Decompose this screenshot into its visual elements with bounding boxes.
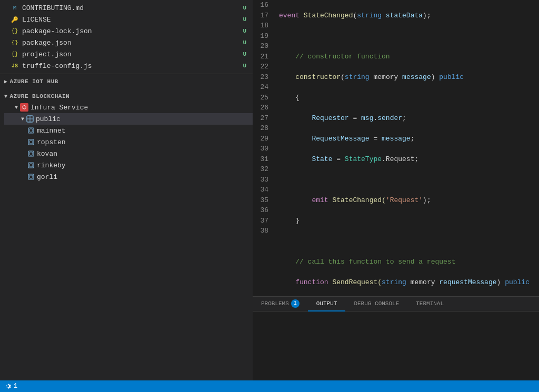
file-badge: U <box>243 63 246 69</box>
infura-service-label: Infura Service <box>31 104 88 112</box>
network-cube-icon <box>27 150 35 157</box>
file-item-package[interactable]: {} package.json U <box>0 37 253 48</box>
network-cube-icon <box>27 138 35 146</box>
svg-rect-10 <box>29 164 33 167</box>
problems-badge: 1 <box>291 299 300 308</box>
json-icon: {} <box>11 27 19 35</box>
file-item-truffle[interactable]: JS truffle-config.js U <box>0 60 253 72</box>
chevron-down-icon: ▼ <box>15 105 18 110</box>
file-item-package-lock[interactable]: {} package-lock.json U <box>0 25 253 37</box>
file-name: project.json <box>22 51 72 58</box>
network-cube-icon <box>27 127 35 134</box>
svg-rect-6 <box>29 140 33 144</box>
azure-iot-hub-section: ▶ AZURE IOT HUB <box>0 74 253 89</box>
json-icon: {} <box>11 38 19 47</box>
code-editor[interactable]: 16 17 18 19 20 21 22 23 24 25 26 27 28 2… <box>253 0 539 296</box>
mainnet-item[interactable]: mainnet <box>4 125 253 136</box>
output-label: OUTPUT <box>316 300 337 307</box>
file-name: truffle-config.js <box>22 62 92 70</box>
status-left: 1 <box>4 383 17 390</box>
chevron-right-icon: ▶ <box>4 78 8 85</box>
file-item-license[interactable]: 🔑 LICENSE U <box>0 14 253 25</box>
file-badge: U <box>243 16 246 23</box>
svg-rect-12 <box>29 175 33 178</box>
file-item-project[interactable]: {} project.json U <box>0 48 253 60</box>
file-badge: U <box>243 39 246 46</box>
tab-debug-console[interactable]: DEBUG CONSOLE <box>345 297 407 311</box>
kovan-item[interactable]: kovan <box>4 148 253 159</box>
file-item-contributing[interactable]: M CONTRIBUTING.md U <box>0 2 253 14</box>
gear-icon <box>4 383 12 390</box>
file-name: package.json <box>22 39 72 47</box>
public-label: public <box>36 115 61 123</box>
public-icon <box>26 115 34 123</box>
ropsten-item[interactable]: ropsten <box>4 136 253 148</box>
key-icon: 🔑 <box>11 15 19 24</box>
sidebar-empty <box>0 185 253 380</box>
azure-iot-hub-header[interactable]: ▶ AZURE IOT HUB <box>0 76 253 87</box>
svg-rect-8 <box>29 152 33 155</box>
network-cube-icon <box>27 173 35 180</box>
rinkeby-label: rinkeby <box>37 162 66 169</box>
tab-problems[interactable]: PROBLEMS 1 <box>253 297 308 311</box>
ropsten-label: ropsten <box>37 138 66 146</box>
debug-console-label: DEBUG CONSOLE <box>354 300 399 307</box>
file-list: M CONTRIBUTING.md U 🔑 LICENSE U {} packa… <box>0 0 253 74</box>
code-content[interactable]: event StateChanged(string stateData); //… <box>274 0 539 296</box>
chevron-down-icon: ▼ <box>4 94 8 99</box>
json-icon: {} <box>11 50 19 58</box>
kovan-label: kovan <box>37 150 57 158</box>
file-badge: U <box>243 51 246 57</box>
mainnet-label: mainnet <box>37 127 66 135</box>
gorli-label: gorli <box>37 173 57 181</box>
chevron-down-icon: ▼ <box>21 116 24 122</box>
network-cube-icon <box>27 162 35 169</box>
panel-tabs: PROBLEMS 1 OUTPUT DEBUG CONSOLE TERMINAL <box>253 297 539 311</box>
blockchain-icon: ⬡ <box>20 103 28 112</box>
public-item[interactable]: ▼ public <box>4 113 253 125</box>
tab-output[interactable]: OUTPUT <box>308 297 346 311</box>
gorli-item[interactable]: gorli <box>4 171 253 183</box>
rinkeby-item[interactable]: rinkeby <box>4 159 253 171</box>
file-name: CONTRIBUTING.md <box>22 4 84 12</box>
file-badge: U <box>243 28 246 34</box>
file-name: package-lock.json <box>22 27 92 35</box>
gear-badge-count: 1 <box>14 383 17 390</box>
panel-content <box>253 311 539 380</box>
file-badge: U <box>243 5 246 11</box>
md-icon: M <box>11 4 19 12</box>
terminal-label: TERMINAL <box>416 300 444 307</box>
tab-terminal[interactable]: TERMINAL <box>407 297 452 311</box>
bottom-panel: PROBLEMS 1 OUTPUT DEBUG CONSOLE TERMINAL <box>253 296 539 380</box>
gear-badge[interactable]: 1 <box>4 383 17 390</box>
infura-service-item[interactable]: ▼ ⬡ Infura Service <box>4 102 253 113</box>
status-bar: 1 <box>0 380 539 392</box>
azure-iot-hub-label: AZURE IOT HUB <box>10 78 58 85</box>
file-name: LICENSE <box>22 16 51 24</box>
azure-blockchain-label: AZURE BLOCKCHAIN <box>10 93 70 99</box>
azure-blockchain-header[interactable]: ▼ AZURE BLOCKCHAIN <box>0 91 253 102</box>
azure-blockchain-children: ▼ ⬡ Infura Service ▼ <box>0 102 253 183</box>
problems-label: PROBLEMS <box>261 300 289 307</box>
line-numbers: 16 17 18 19 20 21 22 23 24 25 26 27 28 2… <box>253 0 274 296</box>
svg-rect-4 <box>29 129 33 132</box>
azure-blockchain-section: ▼ AZURE BLOCKCHAIN ▼ ⬡ Infura Service ▼ <box>0 89 253 185</box>
js-icon: JS <box>11 62 19 70</box>
sidebar: M CONTRIBUTING.md U 🔑 LICENSE U {} packa… <box>0 0 253 380</box>
